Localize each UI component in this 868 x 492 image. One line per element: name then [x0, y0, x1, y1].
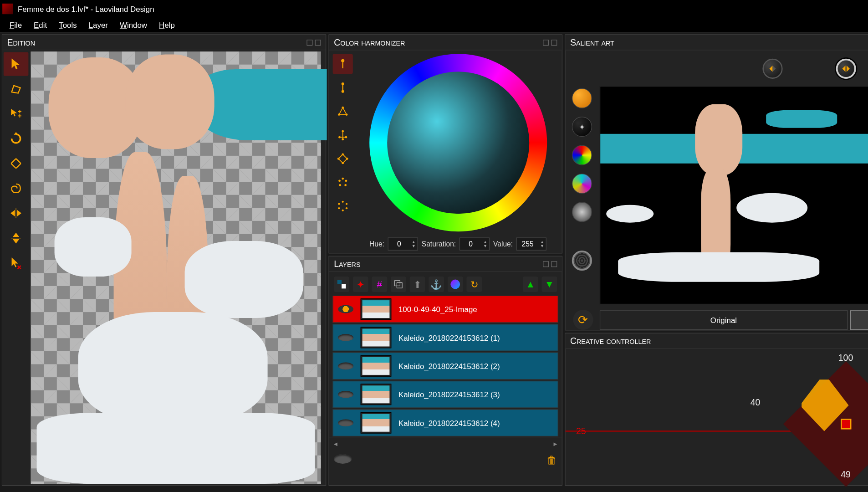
tab-original[interactable]: Original	[600, 310, 848, 330]
menu-layer[interactable]: Layer	[83, 19, 114, 31]
panel-close-icon[interactable]	[315, 39, 321, 45]
svg-point-26	[344, 184, 347, 186]
layer-row[interactable]: Kaleido_20180224153612 (3)	[333, 381, 558, 408]
flip-h-tool[interactable]	[4, 201, 29, 225]
svg-point-9	[342, 90, 344, 93]
layer-row[interactable]: Kaleido_20180224153612 (4)	[333, 409, 558, 436]
layer-toggle[interactable]	[334, 454, 352, 464]
edition-header: Edition	[2, 35, 326, 51]
color-wheel[interactable]	[369, 54, 547, 231]
layer-merge[interactable]: ⬆	[410, 277, 425, 292]
val-label: Value:	[493, 240, 513, 248]
salient-panel: Salient art ✦	[565, 34, 868, 330]
salient-star[interactable]: ✦	[572, 117, 592, 137]
cc-bottom: 49	[841, 469, 851, 479]
layer-visibility[interactable]	[333, 334, 358, 341]
menu-tools[interactable]: Tools	[53, 19, 82, 31]
panel-min-icon[interactable]	[306, 39, 312, 45]
layer-new[interactable]	[334, 277, 349, 292]
salient-preview[interactable]	[600, 86, 868, 305]
layer-visibility[interactable]	[333, 391, 358, 398]
layer-delete[interactable]: 🗑	[546, 454, 557, 466]
harmony-square[interactable]	[333, 149, 353, 169]
salient-rgb[interactable]	[572, 145, 592, 165]
salient-color[interactable]	[572, 88, 592, 108]
svg-point-22	[342, 178, 344, 180]
layer-thumb	[361, 384, 392, 405]
scroll-left[interactable]: ◄	[333, 441, 339, 447]
layer-visibility[interactable]	[333, 305, 358, 313]
salient-title: Salient art	[570, 37, 614, 47]
panel-min-icon[interactable]	[543, 39, 549, 45]
layer-row[interactable]: 100-0-49-40_25-Image	[333, 296, 558, 323]
harmonizer-panel: Color harmonizer Hue: ▲▼	[329, 34, 563, 253]
layer-fx[interactable]: ✦	[353, 277, 368, 292]
layer-mode[interactable]: #	[372, 277, 387, 292]
layer-name: Kaleido_20180224153612 (2)	[393, 362, 557, 371]
layer-row[interactable]: Kaleido_20180224153612 (1)	[333, 324, 558, 351]
salient-refresh[interactable]: ⟳	[573, 310, 593, 330]
hue-input[interactable]: ▲▼	[388, 237, 418, 251]
salient-mode-2[interactable]	[836, 59, 856, 79]
tab-transformation[interactable]: Transformation	[850, 310, 868, 330]
svg-point-24	[345, 179, 347, 182]
panel-close-icon[interactable]	[551, 39, 557, 45]
harmony-mono[interactable]	[333, 54, 353, 74]
menu-window[interactable]: Window	[114, 19, 153, 31]
salient-mask[interactable]	[572, 251, 592, 271]
scroll-right[interactable]: ►	[552, 441, 558, 447]
layer-thumb	[361, 355, 392, 377]
polygon-tool[interactable]	[4, 77, 29, 101]
svg-point-25	[339, 184, 341, 186]
salient-cmy[interactable]	[572, 174, 592, 194]
creative-diamond[interactable]	[802, 379, 868, 468]
menu-file[interactable]: File	[4, 19, 28, 31]
panel-close-icon[interactable]	[551, 261, 557, 267]
layer-anchor[interactable]: ⚓	[429, 277, 444, 292]
harmony-triad[interactable]	[333, 101, 353, 121]
layer-visibility[interactable]	[333, 363, 358, 370]
sat-label: Saturation:	[422, 240, 456, 248]
svg-rect-35	[395, 281, 400, 286]
creative-body[interactable]: 25 100 0 49 40	[566, 349, 868, 485]
layer-name: Kaleido_20180224153612 (3)	[393, 390, 557, 399]
layer-thumb	[361, 327, 392, 348]
menu-edit[interactable]: Edit	[28, 19, 53, 31]
menu-help[interactable]: Help	[153, 19, 181, 31]
layer-duplicate[interactable]	[391, 277, 406, 292]
app-icon	[2, 4, 13, 14]
layer-down[interactable]: ▼	[542, 277, 557, 292]
layer-gradient[interactable]	[448, 277, 463, 292]
layer-up[interactable]: ▲	[523, 277, 538, 292]
layers-toolbar: ✦ # ⬆ ⚓ ↻ ▲ ▼	[329, 272, 562, 296]
layer-reset[interactable]: ↻	[466, 277, 482, 292]
move-tool[interactable]	[4, 102, 29, 126]
harmony-hexad[interactable]	[333, 196, 353, 216]
layer-thumb	[361, 412, 392, 434]
cc-redline-label: 25	[576, 426, 586, 436]
hue-label: Hue:	[369, 240, 384, 248]
layer-thumb	[361, 298, 392, 320]
edition-canvas[interactable]	[30, 50, 326, 485]
deselect-tool[interactable]	[4, 251, 29, 275]
layer-visibility[interactable]	[333, 419, 358, 426]
salient-grey[interactable]	[572, 202, 592, 222]
salient-mode-1[interactable]	[762, 59, 782, 79]
rotate-tool[interactable]	[4, 127, 29, 150]
layer-name: Kaleido_20180224153612 (4)	[393, 418, 557, 427]
harmonizer-title: Color harmonizer	[334, 37, 405, 47]
swirl-tool[interactable]	[4, 176, 29, 200]
sat-input[interactable]: ▲▼	[460, 237, 490, 251]
scale-tool[interactable]	[4, 152, 29, 175]
val-input[interactable]: ▲▼	[516, 237, 546, 251]
harmony-complementary[interactable]	[333, 77, 353, 97]
flip-v-tool[interactable]	[4, 226, 29, 250]
harmony-split[interactable]	[333, 125, 353, 145]
select-tool[interactable]	[4, 52, 29, 76]
svg-rect-34	[342, 284, 346, 288]
window-title: Femme de dos 1.lvf* - Laoviland Design	[18, 5, 868, 13]
layer-row[interactable]: Kaleido_20180224153612 (2)	[333, 353, 558, 380]
panel-min-icon[interactable]	[543, 261, 549, 267]
harmony-analogous[interactable]	[333, 172, 353, 192]
layer-list: 100-0-49-40_25-Image Kaleido_20180224153…	[329, 296, 562, 438]
